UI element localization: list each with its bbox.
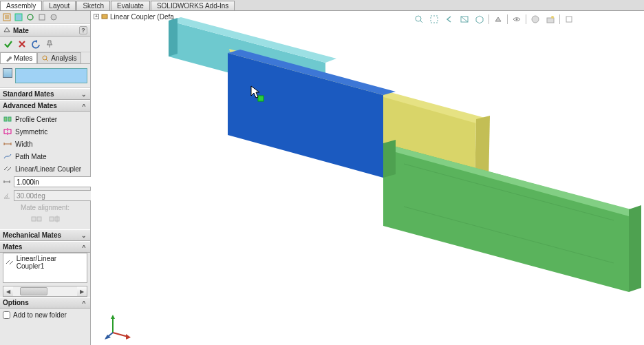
model-render bbox=[91, 11, 644, 345]
horizontal-scrollbar[interactable]: ◀ ▶ bbox=[3, 286, 87, 297]
display-manager-icon[interactable] bbox=[49, 12, 58, 22]
dimxpert-icon[interactable] bbox=[37, 12, 47, 22]
mate-linear-coupler[interactable]: Linear/Linear Coupler bbox=[0, 163, 90, 175]
options-body: Add to new folder bbox=[0, 309, 90, 322]
distance-row: ▲▼ bbox=[0, 175, 90, 189]
angle-row: ▲▼ bbox=[0, 189, 90, 202]
feature-manager-tabs bbox=[0, 11, 90, 24]
section-standard-mates[interactable]: Standard Mates ⌄ bbox=[0, 88, 90, 100]
svg-marker-34 bbox=[383, 140, 396, 178]
profile-center-icon bbox=[3, 115, 12, 123]
subtab-mates[interactable]: Mates bbox=[0, 52, 37, 63]
mates-list[interactable]: Linear/Linear Coupler1 bbox=[3, 253, 87, 283]
path-mate-icon bbox=[3, 152, 12, 160]
section-mechanical-mates[interactable]: Mechanical Mates ⌄ bbox=[0, 229, 90, 241]
cancel-button[interactable] bbox=[17, 39, 28, 50]
align-anti-button[interactable] bbox=[49, 214, 60, 224]
tab-layout[interactable]: Layout bbox=[43, 1, 76, 10]
wrench-icon bbox=[5, 55, 12, 62]
scroll-left-arrow[interactable]: ◀ bbox=[3, 286, 13, 296]
section-options[interactable]: Options ^ bbox=[0, 297, 90, 309]
scroll-track[interactable] bbox=[13, 286, 77, 296]
svg-rect-7 bbox=[8, 117, 11, 121]
section-mates[interactable]: Mates ^ bbox=[0, 241, 90, 253]
mate-symmetric[interactable]: Symmetric bbox=[0, 125, 90, 138]
section-advanced-mates[interactable]: Advanced Mates ^ bbox=[0, 100, 90, 112]
align-same-button[interactable] bbox=[31, 214, 42, 224]
svg-marker-33 bbox=[629, 205, 641, 292]
mate-item[interactable]: Linear/Linear Coupler1 bbox=[3, 253, 87, 271]
ok-button[interactable] bbox=[3, 39, 14, 50]
pm-title-bar: Mate ? bbox=[0, 24, 90, 36]
magnifier-icon bbox=[42, 55, 49, 62]
mate-width[interactable]: Width bbox=[0, 138, 90, 150]
selection-list-field[interactable] bbox=[15, 68, 87, 83]
svg-marker-39 bbox=[111, 315, 115, 319]
chevron-down-icon[interactable]: ⌄ bbox=[80, 91, 87, 98]
undo-button[interactable] bbox=[30, 39, 41, 50]
angle-icon bbox=[3, 191, 11, 200]
graphics-viewport[interactable]: + Linear Coupler (Defa bbox=[91, 11, 644, 345]
mate-profile-center[interactable]: Profile Center bbox=[0, 113, 90, 125]
chevron-up-icon[interactable]: ^ bbox=[80, 103, 87, 109]
part-green-rail[interactable] bbox=[383, 140, 641, 292]
svg-rect-1 bbox=[15, 14, 22, 21]
pm-subtabs: Mates Analysis bbox=[0, 52, 90, 64]
chevron-up-icon[interactable]: ^ bbox=[80, 244, 87, 251]
svg-rect-3 bbox=[39, 14, 45, 20]
mouse-cursor bbox=[250, 85, 261, 102]
mate-icon bbox=[3, 26, 11, 34]
mate-alignment-buttons bbox=[0, 213, 90, 228]
add-to-folder-checkbox[interactable] bbox=[3, 311, 10, 319]
mate-alignment-label: Mate alignment: bbox=[0, 202, 90, 213]
mate-selections-box bbox=[0, 64, 90, 88]
tab-sketch[interactable]: Sketch bbox=[76, 1, 110, 10]
distance-icon bbox=[3, 177, 11, 187]
linear-coupler-icon bbox=[3, 165, 12, 173]
svg-marker-25 bbox=[169, 18, 178, 56]
svg-point-2 bbox=[28, 14, 33, 20]
linear-coupler-icon bbox=[6, 259, 14, 266]
mate-path[interactable]: Path Mate bbox=[0, 150, 90, 163]
svg-rect-6 bbox=[4, 117, 7, 121]
svg-line-40 bbox=[113, 333, 128, 337]
selection-swatch-icon bbox=[3, 68, 12, 78]
symmetric-icon bbox=[3, 127, 12, 136]
scroll-thumb[interactable] bbox=[20, 287, 47, 295]
tab-addins[interactable]: SOLIDWORKS Add-Ins bbox=[151, 1, 235, 10]
svg-point-4 bbox=[51, 14, 56, 20]
svg-rect-11 bbox=[37, 217, 41, 221]
feature-tree-icon[interactable] bbox=[2, 12, 12, 22]
property-manager-panel: Mate ? Mates Analysis bbox=[0, 11, 91, 345]
svg-marker-31 bbox=[383, 143, 629, 292]
advanced-mates-body: Profile Center Symmetric Width Path Mate… bbox=[0, 112, 90, 229]
tab-assembly[interactable]: Assembly bbox=[0, 1, 42, 10]
width-icon bbox=[3, 140, 12, 148]
pm-command-row bbox=[0, 36, 90, 52]
add-to-folder-label: Add to new folder bbox=[13, 311, 67, 319]
property-manager-icon[interactable] bbox=[14, 12, 23, 22]
tab-evaluate[interactable]: Evaluate bbox=[111, 1, 150, 10]
svg-rect-12 bbox=[50, 217, 54, 221]
help-button[interactable]: ? bbox=[79, 26, 87, 34]
config-manager-icon[interactable] bbox=[25, 12, 35, 22]
svg-rect-10 bbox=[32, 217, 36, 221]
pushpin-button[interactable] bbox=[44, 39, 55, 50]
scroll-right-arrow[interactable]: ▶ bbox=[77, 286, 87, 296]
subtab-analysis[interactable]: Analysis bbox=[37, 52, 81, 63]
chevron-down-icon[interactable]: ⌄ bbox=[80, 232, 87, 239]
view-triad[interactable] bbox=[105, 312, 132, 342]
svg-marker-41 bbox=[126, 334, 131, 339]
chevron-up-icon[interactable]: ^ bbox=[80, 300, 87, 306]
command-manager-tabs: Assembly Layout Sketch Evaluate SOLIDWOR… bbox=[0, 0, 644, 11]
pm-title: Mate bbox=[13, 27, 29, 34]
